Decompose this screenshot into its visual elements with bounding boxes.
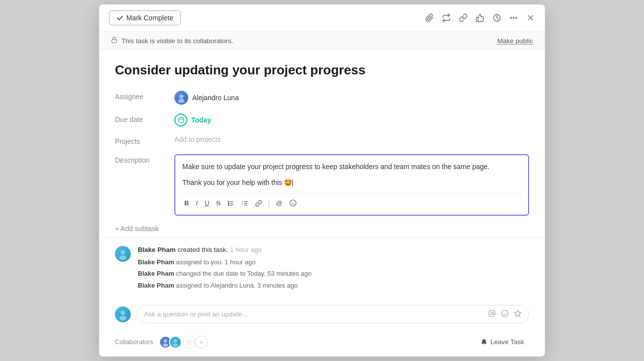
toolbar-icons-group [425, 13, 535, 22]
visibility-bar: This task is visible to its collaborator… [99, 32, 545, 50]
comment-star-icon[interactable] [514, 309, 522, 319]
svg-rect-13 [178, 118, 183, 122]
task-modal: Mark Complete [99, 4, 545, 357]
svg-point-21 [228, 203, 229, 204]
log-actor-2: Blake Pham [138, 270, 174, 277]
comment-input[interactable] [144, 310, 484, 318]
description-toolbar: B I U S [182, 193, 521, 209]
collab-avatar-3 [183, 336, 196, 349]
bell-icon [481, 339, 487, 346]
emoji-button[interactable] [287, 198, 299, 208]
log-actor-1: Blake Pham [138, 258, 174, 266]
projects-value[interactable]: Add to projects [174, 135, 220, 143]
svg-point-3 [516, 17, 517, 18]
modal-content: Consider updating your project progress … [99, 50, 545, 238]
creation-text: created this task. [177, 246, 228, 253]
svg-point-34 [501, 310, 508, 316]
mark-complete-button[interactable]: Mark Complete [109, 10, 181, 25]
bottom-bar: Collaborators [99, 331, 545, 357]
log-item-3: Blake Pham assigned to Alejandro Luna. 3… [138, 280, 529, 291]
commenter-avatar [115, 306, 131, 322]
underline-button[interactable]: U [203, 198, 211, 208]
due-date-label: Due date [115, 114, 174, 123]
add-subtask-label: + Add subtask [115, 225, 159, 233]
more-icon[interactable] [509, 13, 518, 22]
projects-row: Projects Add to projects [115, 135, 529, 145]
mark-complete-label: Mark Complete [126, 14, 173, 22]
svg-point-20 [228, 201, 229, 202]
collaborators-section: Collaborators [115, 336, 208, 349]
comment-section [99, 305, 545, 331]
description-field: Make sure to update your project progres… [174, 154, 529, 216]
close-icon[interactable] [526, 13, 535, 22]
bullet-list-button[interactable] [225, 199, 236, 208]
leave-task-label: Leave Task [490, 338, 524, 346]
svg-point-38 [164, 339, 167, 343]
task-title[interactable]: Consider updating your project progress [115, 62, 529, 79]
description-label: Description [115, 154, 174, 164]
collab-avatars: + [159, 336, 208, 349]
creation-time: 1 hour ago [230, 246, 262, 253]
svg-point-22 [228, 204, 229, 205]
add-subtask-button[interactable]: + Add subtask [115, 225, 529, 233]
svg-point-33 [490, 312, 493, 314]
comment-emoji-icon[interactable] [501, 309, 509, 319]
add-collaborator-button[interactable]: + [195, 336, 208, 349]
svg-point-30 [119, 255, 126, 260]
bold-button[interactable]: B [182, 198, 191, 208]
thumbsup-icon[interactable] [476, 13, 484, 22]
svg-point-31 [120, 310, 125, 315]
collab-avatar-2 [169, 336, 182, 349]
svg-point-32 [119, 316, 126, 320]
creator-name: Blake Pham [138, 246, 176, 253]
leave-task-button[interactable]: Leave Task [476, 335, 529, 349]
timer-icon[interactable] [492, 13, 501, 22]
due-date-value[interactable]: Today [174, 114, 211, 126]
link-icon[interactable] [459, 13, 468, 22]
svg-point-40 [174, 339, 177, 343]
mention-button[interactable]: @ [274, 198, 284, 208]
svg-rect-6 [112, 40, 117, 43]
lock-icon [111, 37, 117, 45]
modal-toolbar: Mark Complete [99, 4, 545, 32]
italic-button[interactable]: I [194, 198, 200, 208]
collaborators-label: Collaborators [115, 338, 153, 346]
toolbar-separator: | [268, 198, 270, 209]
projects-label: Projects [115, 135, 174, 145]
svg-point-11 [180, 95, 183, 98]
add-to-projects-button[interactable]: Add to projects [174, 135, 220, 143]
activity-body: Blake Pham created this task. 1 hour ago… [138, 246, 529, 291]
assignee-value[interactable]: Alejandro Luna [174, 91, 239, 105]
comment-icons [488, 309, 522, 319]
activity-item: Blake Pham created this task. 1 hour ago… [115, 238, 529, 295]
svg-point-2 [513, 17, 514, 18]
description-text: Make sure to update your project progres… [182, 161, 521, 188]
log-actor-3: Blake Pham [138, 282, 174, 289]
comment-mention-icon[interactable] [488, 309, 496, 319]
visibility-message: This task is visible to its collaborator… [111, 37, 233, 45]
due-date-text: Today [191, 116, 211, 124]
comment-input-wrap[interactable] [137, 305, 529, 323]
assignee-label: Assignee [115, 91, 174, 101]
svg-point-29 [120, 250, 125, 254]
description-box[interactable]: Make sure to update your project progres… [174, 154, 529, 216]
due-date-row: Due date Today [115, 114, 529, 126]
assignee-avatar [174, 91, 188, 105]
attachment-icon[interactable] [425, 13, 434, 22]
description-line2: Thank you for your help with this 🤩 [182, 177, 521, 188]
svg-point-39 [163, 343, 168, 347]
numbered-list-button[interactable] [239, 199, 250, 208]
activity-avatar [115, 246, 131, 262]
visibility-text: This task is visible to its collaborator… [121, 37, 233, 45]
make-public-button[interactable]: Make public [497, 37, 533, 45]
subtask-icon[interactable] [442, 13, 451, 22]
log-item-1: Blake Pham assigned to you. 1 hour ago [138, 256, 529, 268]
svg-point-1 [511, 17, 512, 18]
text-cursor [292, 180, 293, 186]
svg-point-12 [179, 99, 184, 102]
strikethrough-button[interactable]: S [214, 198, 222, 208]
description-line1: Make sure to update your project progres… [182, 161, 521, 172]
activity-header: Blake Pham created this task. 1 hour ago [138, 246, 529, 253]
link-desc-button[interactable] [253, 199, 264, 208]
svg-marker-37 [514, 310, 521, 316]
